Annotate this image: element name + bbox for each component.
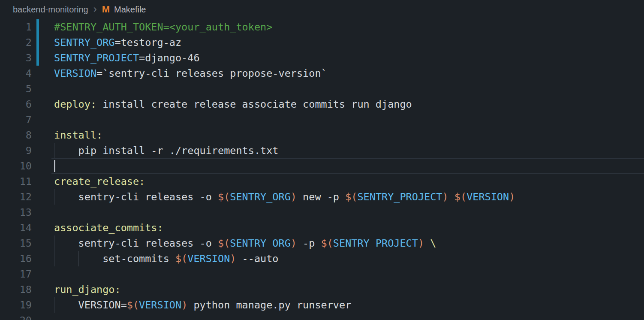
- code-token-plain: sentry-cli releases -o: [54, 191, 218, 203]
- code-line[interactable]: 3SENTRY_PROJECT=django-46: [0, 50, 644, 66]
- code-token-macro: ): [291, 191, 297, 203]
- line-number: 10: [0, 158, 32, 174]
- line-number: 1: [0, 19, 32, 35]
- indent-guide: [54, 143, 54, 158]
- code-token-variable: SENTRY_ORG: [54, 36, 114, 48]
- code-token-plain: set-commits: [54, 253, 175, 265]
- indent-guide: [54, 251, 54, 266]
- breadcrumb-item-folder[interactable]: backend-monitoring: [13, 5, 88, 15]
- code-token-macro: ): [230, 253, 236, 265]
- line-number: 2: [0, 35, 32, 50]
- code-line[interactable]: 19 VERSION=$(VERSION) python manage.py r…: [0, 297, 644, 313]
- code-token-variable: VERSION: [466, 191, 509, 203]
- code-token-variable: SENTRY_PROJECT: [333, 237, 418, 249]
- code-token-macro: $(: [321, 237, 333, 249]
- code-line[interactable]: 10: [0, 158, 644, 174]
- line-number: 6: [0, 97, 32, 112]
- code-line[interactable]: 2SENTRY_ORG=testorg-az: [0, 35, 644, 50]
- code-line[interactable]: 6deploy: install create_release associat…: [0, 97, 644, 112]
- code-token-macro: ): [442, 191, 448, 203]
- code-line[interactable]: 14associate_commits:: [0, 220, 644, 235]
- code-line-content[interactable]: VERSION=$(VERSION) python manage.py runs…: [54, 297, 644, 313]
- code-line[interactable]: 15 sentry-cli releases -o $(SENTRY_ORG) …: [0, 235, 644, 251]
- code-token-plain: -p: [297, 237, 321, 249]
- makefile-icon: M: [102, 4, 110, 15]
- code-line[interactable]: 16 set-commits $(VERSION) --auto: [0, 251, 644, 266]
- code-line[interactable]: 17: [0, 266, 644, 282]
- code-token-macro: $(: [218, 237, 230, 249]
- code-token-macro: $(: [454, 191, 466, 203]
- code-line-content[interactable]: pip install -r ./requirements.txt: [54, 143, 644, 158]
- code-token-macro: ): [418, 237, 424, 249]
- code-token-plain: install create_release associate_commits…: [96, 98, 412, 110]
- indent-guide: [78, 251, 79, 266]
- line-number: 14: [0, 220, 32, 235]
- code-line-content[interactable]: run_django:: [54, 282, 644, 297]
- code-token-variable: SENTRY_ORG: [230, 191, 290, 203]
- line-number: 18: [0, 282, 32, 297]
- chevron-right-icon: ›: [93, 5, 97, 13]
- code-editor[interactable]: 1#SENTRY_AUTH_TOKEN=<your_auth_token>2SE…: [0, 19, 644, 320]
- code-token-macro: ): [509, 191, 515, 203]
- code-token-variable: VERSION: [187, 253, 230, 265]
- code-token-plain: new -p: [297, 191, 345, 203]
- code-line-content[interactable]: associate_commits:: [54, 220, 644, 235]
- code-token-plain: python manage.py runserver: [187, 299, 351, 311]
- code-line-content[interactable]: create_release:: [54, 174, 644, 189]
- gutter-modified-indicator[interactable]: [36, 50, 39, 66]
- code-line[interactable]: 9 pip install -r ./requirements.txt: [0, 143, 644, 158]
- code-token-macro: $(: [127, 299, 139, 311]
- code-token-plain: pip install -r ./requirements.txt: [54, 145, 278, 157]
- gutter-modified-indicator[interactable]: [36, 35, 39, 50]
- code-line[interactable]: 1#SENTRY_AUTH_TOKEN=<your_auth_token>: [0, 19, 644, 35]
- line-number: 20: [0, 313, 32, 320]
- code-token-plain: --auto: [236, 253, 278, 265]
- code-line-content[interactable]: sentry-cli releases -o $(SENTRY_ORG) -p …: [54, 235, 644, 251]
- code-line-content[interactable]: set-commits $(VERSION) --auto: [54, 251, 644, 266]
- code-token-variable: VERSION: [139, 299, 181, 311]
- code-line-content[interactable]: sentry-cli releases -o $(SENTRY_ORG) new…: [54, 189, 644, 205]
- code-token-plain: sentry-cli releases -o: [54, 237, 218, 249]
- indent-guide: [54, 297, 54, 313]
- code-token-target: run_django:: [54, 284, 121, 296]
- line-number: 17: [0, 266, 32, 282]
- code-token-plain: =django-46: [139, 52, 199, 64]
- code-token-variable: SENTRY_ORG: [230, 237, 290, 249]
- code-token-macro: $(: [175, 253, 187, 265]
- code-line[interactable]: 4VERSION=`sentry-cli releases propose-ve…: [0, 66, 644, 81]
- code-token-macro: ): [181, 299, 187, 311]
- code-token-target: create_release:: [54, 175, 145, 187]
- code-line-content[interactable]: install:: [54, 127, 644, 143]
- code-line-content[interactable]: VERSION=`sentry-cli releases propose-ver…: [54, 66, 644, 81]
- code-line[interactable]: 18run_django:: [0, 282, 644, 297]
- line-number: 13: [0, 205, 32, 220]
- code-line-content[interactable]: deploy: install create_release associate…: [54, 97, 644, 112]
- indent-guide: [54, 189, 54, 205]
- code-line[interactable]: 5: [0, 81, 644, 97]
- code-line[interactable]: 7: [0, 112, 644, 127]
- text-cursor: [54, 160, 55, 172]
- code-token-plain: [424, 237, 430, 249]
- code-line-content[interactable]: #SENTRY_AUTH_TOKEN=<your_auth_token>: [54, 19, 644, 35]
- breadcrumb-item-file[interactable]: Makefile: [114, 5, 146, 15]
- code-line[interactable]: 13: [0, 205, 644, 220]
- indent-guide: [54, 235, 54, 251]
- code-token-comment: #SENTRY_AUTH_TOKEN=<your_auth_token>: [54, 21, 272, 33]
- code-line[interactable]: 11create_release:: [0, 174, 644, 189]
- line-number: 11: [0, 174, 32, 189]
- code-token-macro: $(: [218, 191, 230, 203]
- code-token-target: associate_commits:: [54, 222, 163, 234]
- breadcrumb: backend-monitoring › M Makefile: [0, 0, 644, 19]
- code-token-target: deploy:: [54, 98, 96, 110]
- code-line[interactable]: 20: [0, 313, 644, 320]
- code-line[interactable]: 8install:: [0, 127, 644, 143]
- line-number: 12: [0, 189, 32, 205]
- code-line-content[interactable]: SENTRY_PROJECT=django-46: [54, 50, 644, 66]
- line-number: 16: [0, 251, 32, 266]
- code-token-plain: =testorg-az: [114, 36, 181, 48]
- code-line[interactable]: 12 sentry-cli releases -o $(SENTRY_ORG) …: [0, 189, 644, 205]
- code-token-target: \: [430, 237, 436, 249]
- code-line-content[interactable]: SENTRY_ORG=testorg-az: [54, 35, 644, 50]
- gutter-modified-indicator[interactable]: [36, 19, 39, 35]
- code-token-variable: SENTRY_PROJECT: [54, 52, 139, 64]
